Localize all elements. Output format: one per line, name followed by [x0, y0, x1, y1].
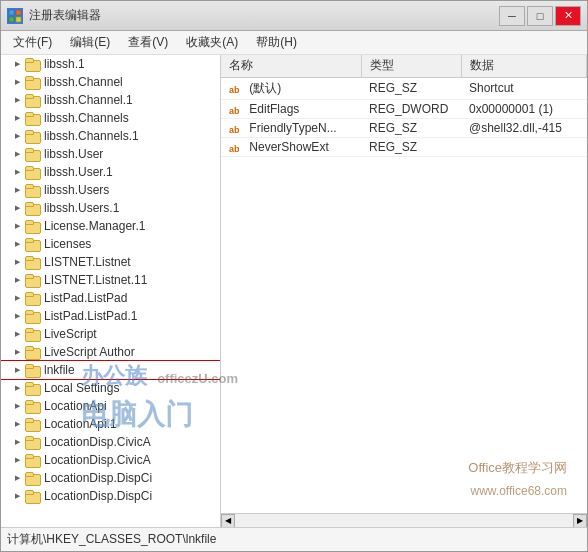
cell-data: Shortcut — [461, 77, 587, 99]
menu-file[interactable]: 文件(F) — [5, 32, 60, 53]
cell-name: (默认) — [221, 77, 361, 99]
tree-item-livescript-author[interactable]: LiveScript Author — [1, 343, 220, 361]
tree-item-locationdisp-civica2[interactable]: LocationDisp.CivicA — [1, 451, 220, 469]
folder-icon — [25, 417, 41, 431]
right-panel: 名称 类型 数据 (默认) REG_SZ Shortcut — [221, 55, 587, 527]
folder-icon — [25, 75, 41, 89]
tree-expand-icon — [11, 166, 23, 178]
tree-item-libssh1[interactable]: libssh.1 — [1, 55, 220, 73]
cell-type: REG_SZ — [361, 137, 461, 156]
main-window: 注册表编辑器 ─ □ ✕ 文件(F) 编辑(E) 查看(V) 收藏夹(A) 帮助… — [0, 0, 588, 552]
menu-view[interactable]: 查看(V) — [120, 32, 176, 53]
tree-label: LocationApi — [44, 399, 107, 413]
col-header-type[interactable]: 类型 — [361, 55, 461, 77]
tree-expand-icon — [11, 202, 23, 214]
tree-label: LocationApi.1 — [44, 417, 117, 431]
menu-favorites[interactable]: 收藏夹(A) — [178, 32, 246, 53]
svg-rect-2 — [9, 17, 14, 22]
tree-item-libssh-channel1[interactable]: libssh.Channel.1 — [1, 91, 220, 109]
app-icon — [7, 8, 23, 24]
cell-data: 0x00000001 (1) — [461, 99, 587, 118]
tree-expand-icon — [11, 256, 23, 268]
folder-icon — [25, 129, 41, 143]
cell-name: NeverShowExt — [221, 137, 361, 156]
tree-item-libssh-users1[interactable]: libssh.Users.1 — [1, 199, 220, 217]
folder-icon — [25, 345, 41, 359]
tree-item-libssh-users[interactable]: libssh.Users — [1, 181, 220, 199]
tree-label: Licenses — [44, 237, 91, 251]
tree-label: libssh.Users — [44, 183, 109, 197]
tree-item-libssh-channel[interactable]: libssh.Channel — [1, 73, 220, 91]
folder-icon — [25, 93, 41, 107]
maximize-button[interactable]: □ — [527, 6, 553, 26]
status-bar: 计算机\HKEY_CLASSES_ROOT\lnkfile — [1, 527, 587, 551]
scroll-left-arrow[interactable]: ◀ — [221, 514, 235, 528]
cell-type: REG_DWORD — [361, 99, 461, 118]
reg-sz-icon — [229, 122, 243, 134]
tree-item-locationdisp-dispci2[interactable]: LocationDisp.DispCi — [1, 487, 220, 505]
tree-expand-icon — [11, 112, 23, 124]
table-row[interactable]: EditFlags REG_DWORD 0x00000001 (1) — [221, 99, 587, 118]
tree-label: License.Manager.1 — [44, 219, 145, 233]
tree-expand-icon — [11, 364, 23, 376]
tree-item-libssh-channels1[interactable]: libssh.Channels.1 — [1, 127, 220, 145]
svg-rect-3 — [16, 17, 21, 22]
tree-expand-icon — [11, 472, 23, 484]
tree-label: libssh.1 — [44, 57, 85, 71]
tree-label: libssh.Channel — [44, 75, 123, 89]
tree-item-lnkfile[interactable]: lnkfile — [1, 361, 220, 379]
folder-icon — [25, 183, 41, 197]
cell-data: @shell32.dll,-415 — [461, 118, 587, 137]
table-row[interactable]: FriendlyTypeN... REG_SZ @shell32.dll,-41… — [221, 118, 587, 137]
folder-icon — [25, 363, 41, 377]
tree-item-local-settings[interactable]: Local Settings — [1, 379, 220, 397]
folder-icon — [25, 237, 41, 251]
tree-item-locationapi1[interactable]: LocationApi.1 — [1, 415, 220, 433]
tree-item-locationapi[interactable]: LocationApi — [1, 397, 220, 415]
tree-item-licenses[interactable]: Licenses — [1, 235, 220, 253]
table-row[interactable]: NeverShowExt REG_SZ — [221, 137, 587, 156]
tree-label: libssh.Users.1 — [44, 201, 119, 215]
folder-icon — [25, 219, 41, 233]
registry-table-area[interactable]: 名称 类型 数据 (默认) REG_SZ Shortcut — [221, 55, 587, 513]
tree-item-license-manager[interactable]: License.Manager.1 — [1, 217, 220, 235]
tree-item-listpad[interactable]: ListPad.ListPad — [1, 289, 220, 307]
tree-item-libssh-channels[interactable]: libssh.Channels — [1, 109, 220, 127]
tree-expand-icon — [11, 76, 23, 88]
tree-item-locationdisp-dispci1[interactable]: LocationDisp.DispCi — [1, 469, 220, 487]
tree-label: ListPad.ListPad.1 — [44, 309, 137, 323]
tree-item-listpad1[interactable]: ListPad.ListPad.1 — [1, 307, 220, 325]
tree-expand-icon — [11, 148, 23, 160]
tree-expand-icon — [11, 418, 23, 430]
tree-item-listnet[interactable]: LISTNET.Listnet — [1, 253, 220, 271]
table-row[interactable]: (默认) REG_SZ Shortcut — [221, 77, 587, 99]
tree-expand-icon — [11, 184, 23, 196]
close-button[interactable]: ✕ — [555, 6, 581, 26]
cell-name: EditFlags — [221, 99, 361, 118]
tree-item-locationdisp-civica1[interactable]: LocationDisp.CivicA — [1, 433, 220, 451]
tree-label: Local Settings — [44, 381, 119, 395]
tree-expand-icon — [11, 94, 23, 106]
tree-panel[interactable]: libssh.1 libssh.Channel libssh.Channel.1… — [1, 55, 221, 527]
tree-item-libssh-user[interactable]: libssh.User — [1, 145, 220, 163]
folder-icon — [25, 489, 41, 503]
scroll-right-arrow[interactable]: ▶ — [573, 514, 587, 528]
tree-expand-icon — [11, 238, 23, 250]
cell-name: FriendlyTypeN... — [221, 118, 361, 137]
folder-icon — [25, 435, 41, 449]
tree-label: LISTNET.Listnet.11 — [44, 273, 147, 287]
col-header-name[interactable]: 名称 — [221, 55, 361, 77]
tree-item-livescript[interactable]: LiveScript — [1, 325, 220, 343]
tree-item-listnet11[interactable]: LISTNET.Listnet.11 — [1, 271, 220, 289]
minimize-button[interactable]: ─ — [499, 6, 525, 26]
menu-help[interactable]: 帮助(H) — [248, 32, 305, 53]
col-header-data[interactable]: 数据 — [461, 55, 587, 77]
folder-icon — [25, 57, 41, 71]
title-bar-left: 注册表编辑器 — [7, 7, 101, 24]
horizontal-scrollbar[interactable]: ◀ ▶ — [221, 513, 587, 527]
tree-item-libssh-user1[interactable]: libssh.User.1 — [1, 163, 220, 181]
tree-expand-icon — [11, 382, 23, 394]
tree-expand-icon — [11, 220, 23, 232]
tree-expand-icon — [11, 328, 23, 340]
menu-edit[interactable]: 编辑(E) — [62, 32, 118, 53]
